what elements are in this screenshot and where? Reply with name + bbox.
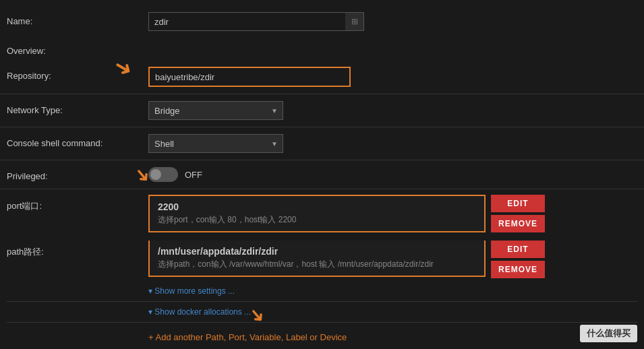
name-input-icon: ⊞ xyxy=(345,12,364,31)
port-section: port端口: 2200 选择port，con输入 80，host输入 2200… xyxy=(0,191,644,236)
network-type-label: Network Type: xyxy=(0,101,148,115)
path-entries: /mnt/user/appdata/zdir/zdir 选择path，con输入… xyxy=(148,241,486,277)
path-row-outer: /mnt/user/appdata/zdir/zdir 选择path，con输入… xyxy=(148,241,644,278)
form-container: Name: ⊞ Overview: Repository: ➜ Network … xyxy=(0,0,644,349)
privileged-state-label: OFF xyxy=(185,170,202,180)
path-remove-button[interactable]: REMOVE xyxy=(491,261,545,278)
console-shell-label: Console shell command: xyxy=(0,134,148,148)
path-entry: /mnt/user/appdata/zdir/zdir 选择path，con输入… xyxy=(148,241,486,277)
port-edit-button[interactable]: EDIT xyxy=(491,195,545,212)
path-value: /mnt/user/appdata/zdir/zdir xyxy=(158,246,476,257)
overview-row: Overview: xyxy=(0,36,644,61)
path-section: path路径: /mnt/user/appdata/zdir/zdir 选择pa… xyxy=(0,236,644,282)
add-another-wrapper: + Add another Path, Port, Variable, Labe… xyxy=(0,324,644,349)
network-type-control: Bridge Host None xyxy=(148,101,526,120)
console-shell-row: Console shell command: Shell bash sh xyxy=(0,129,644,158)
port-label: port端口: xyxy=(0,195,148,212)
name-label: Name: xyxy=(0,12,148,26)
console-shell-select-wrapper: Shell bash sh xyxy=(148,134,283,153)
path-buttons: EDIT REMOVE xyxy=(491,241,545,278)
port-entries: 2200 选择port，con输入 80，host输入 2200 xyxy=(148,195,486,232)
port-entry: 2200 选择port，con输入 80，host输入 2200 xyxy=(148,195,486,232)
watermark: 什么值得买 xyxy=(580,325,637,342)
show-docker-allocations-link[interactable]: ▾ Show docker allocations ... xyxy=(148,303,644,321)
path-label: path路径: xyxy=(0,241,148,258)
repository-control xyxy=(148,67,526,87)
network-type-select-wrapper: Bridge Host None xyxy=(148,101,283,120)
port-value: 2200 xyxy=(158,201,476,212)
path-edit-button[interactable]: EDIT xyxy=(491,241,545,258)
port-remove-button[interactable]: REMOVE xyxy=(491,215,545,232)
name-input[interactable] xyxy=(148,12,345,31)
privileged-row: Privileged: OFF xyxy=(0,162,644,187)
toggle-wrapper: OFF xyxy=(148,167,526,182)
watermark-text: 什么值得买 xyxy=(587,328,631,338)
network-type-select[interactable]: Bridge Host None xyxy=(148,101,283,120)
show-more-settings-link[interactable]: ▾ Show more settings ... xyxy=(148,282,644,300)
network-type-row: Network Type: Bridge Host None xyxy=(0,96,644,125)
name-control: ⊞ xyxy=(148,12,526,31)
add-another-link[interactable]: + Add another Path, Port, Variable, Labe… xyxy=(148,327,644,348)
console-shell-control: Shell bash sh xyxy=(148,134,526,153)
path-desc: 选择path，con输入 /var/www/html/var，host 输入 /… xyxy=(158,259,476,270)
port-desc: 选择port，con输入 80，host输入 2200 xyxy=(158,214,476,226)
repository-row: Repository: ➜ xyxy=(0,61,644,92)
privileged-label: Privileged: xyxy=(0,167,148,181)
port-row-outer: 2200 选择port，con输入 80，host输入 2200 EDIT RE… xyxy=(148,195,644,232)
name-row: Name: ⊞ xyxy=(0,7,644,36)
repository-input[interactable] xyxy=(148,67,351,87)
console-shell-select[interactable]: Shell bash sh xyxy=(148,134,283,153)
port-buttons: EDIT REMOVE xyxy=(491,195,545,232)
privileged-control: OFF xyxy=(148,167,526,182)
